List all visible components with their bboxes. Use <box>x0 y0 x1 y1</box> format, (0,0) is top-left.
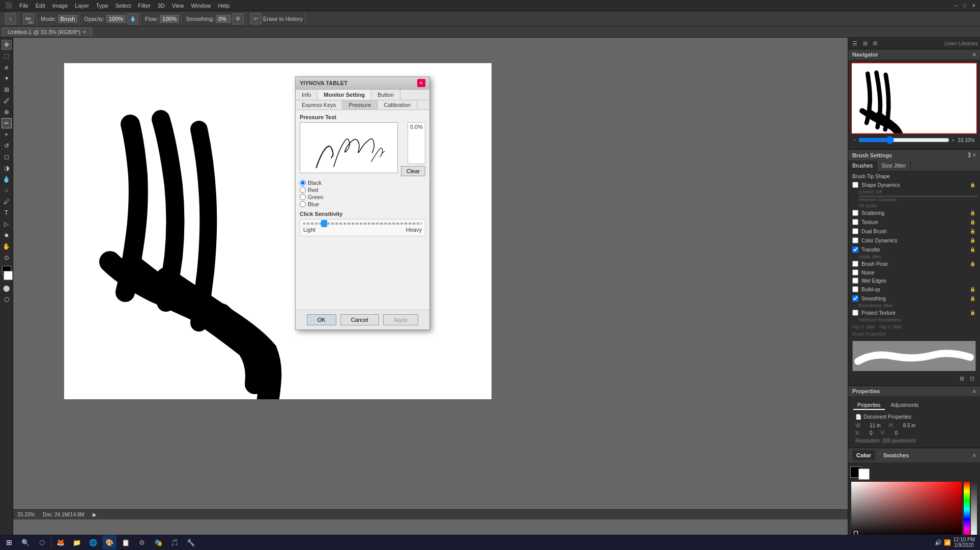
media-icon[interactable]: 🎵 <box>167 535 182 549</box>
eraser-tool[interactable]: ◻ <box>2 152 12 162</box>
mode-value[interactable]: Brush <box>58 15 78 23</box>
color-dynamics-lock[interactable]: 🔒 <box>969 237 976 244</box>
history-brush-tool[interactable]: ↺ <box>2 141 12 151</box>
buildup-lock[interactable]: 🔒 <box>969 286 976 293</box>
selection-tool[interactable]: ⬚ <box>2 51 12 61</box>
menu-view[interactable]: View <box>169 2 187 10</box>
menu-layer[interactable]: Layer <box>72 2 92 10</box>
menu-help[interactable]: Help <box>215 2 233 10</box>
brush-ctrl-2[interactable]: ⊡ <box>968 374 976 382</box>
protect-texture-check[interactable] <box>852 310 858 316</box>
scattering-check[interactable] <box>852 210 858 216</box>
path-selection-tool[interactable]: ▷ <box>2 219 12 229</box>
zoom-slider[interactable] <box>858 136 949 144</box>
wet-edges-check[interactable] <box>852 278 858 284</box>
right-icon-2[interactable]: ⊞ <box>860 39 870 48</box>
smoothing-value[interactable]: 0% <box>216 15 231 23</box>
buildup-check[interactable] <box>852 286 858 292</box>
lasso-tool[interactable]: ⌀ <box>2 62 12 72</box>
text-tool[interactable]: T <box>2 208 12 218</box>
navigator-collapse-icon[interactable]: ≡ <box>973 51 976 58</box>
brush-ctrl-1[interactable]: ⊞ <box>958 374 966 382</box>
transfer-check[interactable] <box>852 246 858 253</box>
opacity-airbrush[interactable]: 💧 <box>127 13 138 24</box>
move-tool[interactable]: ✥ <box>2 40 12 50</box>
right-icon-3[interactable]: ⚙ <box>871 39 880 48</box>
color-saturation-picker[interactable] <box>851 482 962 535</box>
firefox-icon[interactable]: 🦊 <box>53 535 68 549</box>
smoothing-settings[interactable]: ⚙ <box>233 13 244 24</box>
dialog-apply-button[interactable]: Apply <box>383 314 419 325</box>
expand-icon[interactable]: ⟫ <box>968 152 971 158</box>
radio-red-input[interactable] <box>300 187 306 193</box>
gradient-tool[interactable]: ◑ <box>2 163 12 173</box>
brush-icon[interactable]: ✏ 300 <box>23 13 34 24</box>
close-button[interactable]: ✕ <box>970 2 978 10</box>
smoothing-check[interactable] <box>852 295 858 301</box>
transfer-lock[interactable]: 🔒 <box>969 246 976 253</box>
explorer-icon[interactable]: 📁 <box>70 535 84 549</box>
settings-icon[interactable]: ⚙ <box>135 535 149 549</box>
menu-type[interactable]: Type <box>93 2 111 10</box>
blur-tool[interactable]: 💧 <box>2 174 12 184</box>
opacity-bar[interactable] <box>971 482 977 535</box>
system-clock[interactable]: 12:10 PM 1/9/2020 <box>953 537 975 548</box>
eyedropper-tool[interactable]: 🖉 <box>2 96 12 106</box>
right-label-libraries[interactable]: Libraries <box>959 41 978 46</box>
dialog-close-button[interactable]: ✕ <box>417 79 425 87</box>
screen-mode-btn[interactable]: ⬡ <box>2 294 12 305</box>
radio-black-input[interactable] <box>300 180 306 186</box>
minimize-button[interactable]: ─ <box>952 2 960 10</box>
menu-window[interactable]: Window <box>188 2 214 10</box>
crop-tool[interactable]: ⊞ <box>2 85 12 95</box>
dialog-subtab-pressure[interactable]: Pressure <box>342 100 378 109</box>
zoom-out-icon[interactable]: − <box>853 138 856 143</box>
dialog-tab-info[interactable]: Info <box>296 90 318 100</box>
smoothing-lock[interactable]: 🔒 <box>969 295 976 302</box>
clone-tool[interactable]: ⌖ <box>2 129 12 140</box>
shape-dynamics-lock[interactable]: 🔒 <box>969 181 976 188</box>
dialog-subtab-express[interactable]: Express Keys <box>296 100 342 109</box>
dodge-tool[interactable]: ○ <box>2 185 12 196</box>
radio-blue-input[interactable] <box>300 201 306 207</box>
menu-image[interactable]: Image <box>49 2 71 10</box>
tab-brushes[interactable]: Brushes <box>848 160 877 171</box>
tab-adjustments[interactable]: Adjustments <box>887 401 923 410</box>
brush-tool[interactable]: ✏ <box>2 118 12 128</box>
menu-edit[interactable]: Edit <box>33 2 48 10</box>
hue-bar[interactable] <box>964 482 970 535</box>
tab-close-icon[interactable]: ✕ <box>82 30 87 35</box>
sensitivity-thumb[interactable] <box>321 220 327 227</box>
dual-brush-lock[interactable]: 🔒 <box>969 228 976 235</box>
right-label-learn[interactable]: Learn <box>944 41 958 46</box>
shape-dynamics-check[interactable] <box>852 182 858 188</box>
maximize-button[interactable]: □ <box>961 2 969 10</box>
dual-brush-check[interactable] <box>852 228 858 234</box>
tools-icon[interactable]: 🔧 <box>184 535 198 549</box>
home-button[interactable]: ⌂ <box>5 13 16 24</box>
properties-panel-header[interactable]: Properties ≡ <box>848 386 980 396</box>
zoom-tool[interactable]: ⊙ <box>2 253 12 263</box>
color-dynamics-check[interactable] <box>852 237 858 243</box>
dialog-cancel-button[interactable]: Cancel <box>340 314 379 325</box>
dialog-subtab-calibration[interactable]: Calibration <box>378 100 417 109</box>
photoshop-icon[interactable]: 🎨 <box>102 535 117 549</box>
document-tab[interactable]: Untitled-1 @ 33.3% (RGB/8*) ✕ <box>2 28 92 36</box>
opacity-value[interactable]: 100% <box>106 15 126 23</box>
shape-tool[interactable]: ■ <box>2 230 12 240</box>
search-button[interactable]: 🔍 <box>18 535 33 549</box>
quick-mask-btn[interactable]: ⬤ <box>2 283 12 293</box>
navigator-panel-header[interactable]: Navigator ≡ <box>848 49 980 60</box>
protect-texture-lock[interactable]: 🔒 <box>969 309 976 316</box>
flow-value[interactable]: 100% <box>160 15 179 23</box>
menu-select[interactable]: Select <box>112 2 134 10</box>
start-button[interactable]: ⊞ <box>2 535 16 549</box>
hand-tool[interactable]: ✋ <box>2 241 12 252</box>
tab-properties[interactable]: Properties <box>853 401 885 410</box>
bg-color-swatch[interactable] <box>858 469 870 480</box>
brush-pose-check[interactable] <box>852 261 858 267</box>
task-view-button[interactable]: ⬡ <box>35 535 49 549</box>
scattering-lock[interactable]: 🔒 <box>969 209 976 216</box>
notepad-icon[interactable]: 📋 <box>119 535 133 549</box>
edge-icon[interactable]: 🌐 <box>86 535 100 549</box>
